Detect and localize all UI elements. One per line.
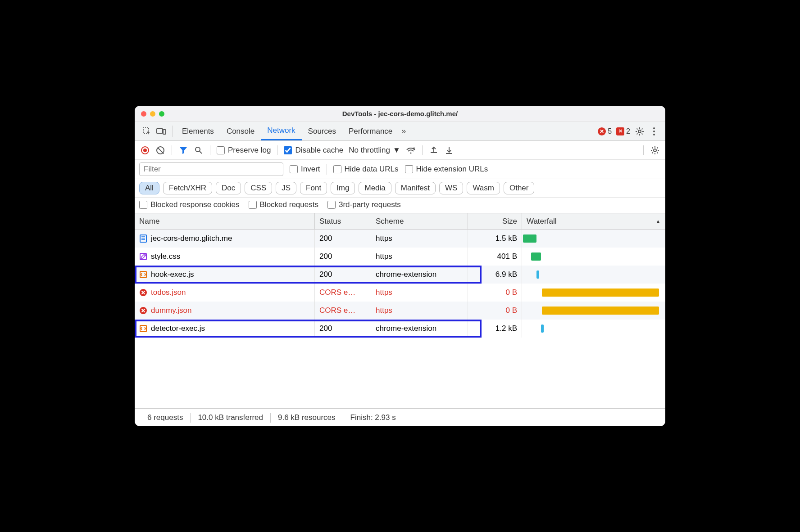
hide-ext-urls-input[interactable]	[405, 165, 413, 173]
svg-point-15	[195, 147, 200, 152]
request-size: 6.9 kB	[468, 266, 522, 284]
tab-network[interactable]: Network	[261, 122, 301, 140]
issue-counter[interactable]: ✕ 2	[616, 127, 630, 135]
export-har-icon[interactable]	[429, 145, 439, 155]
col-size[interactable]: Size	[468, 213, 522, 229]
table-row[interactable]: hook-exec.js200chrome-extension6.9 kB	[135, 266, 665, 284]
svg-point-17	[410, 152, 411, 153]
more-tabs-icon[interactable]: »	[401, 126, 406, 136]
status-bar: 6 requests 10.0 kB transferred 9.6 kB re…	[135, 408, 665, 426]
svg-point-14	[653, 134, 655, 135]
col-name[interactable]: Name	[135, 213, 315, 229]
filter-toggle-icon[interactable]	[178, 145, 188, 155]
network-conditions-icon[interactable]	[406, 145, 416, 155]
type-pill-js[interactable]: JS	[276, 182, 296, 194]
col-scheme[interactable]: Scheme	[371, 213, 468, 229]
tab-console[interactable]: Console	[220, 122, 261, 140]
extra-checks-row: Blocked response cookies Blocked request…	[135, 198, 665, 213]
titlebar: DevTools - jec-cors-demo.glitch.me/	[135, 106, 665, 122]
request-status: CORS e…	[315, 302, 371, 320]
preserve-log-checkbox[interactable]: Preserve log	[217, 146, 271, 155]
type-pill-ws[interactable]: WS	[439, 182, 463, 194]
third-party-label: 3rd-party requests	[339, 200, 401, 209]
disable-cache-checkbox[interactable]: Disable cache	[284, 146, 343, 155]
waterfall-bar	[541, 325, 544, 333]
request-waterfall	[522, 266, 665, 284]
svg-line-10	[637, 133, 638, 134]
svg-line-25	[652, 152, 653, 153]
type-pill-img[interactable]: Img	[331, 182, 355, 194]
issue-icon: ✕	[616, 127, 624, 135]
svg-point-3	[638, 130, 641, 133]
request-name: jec-cors-demo.glitch.me	[151, 234, 232, 243]
svg-rect-27	[140, 235, 146, 242]
throttling-select[interactable]: No throttling ▼	[349, 146, 400, 155]
type-pill-manifest[interactable]: Manifest	[395, 182, 436, 194]
settings-icon[interactable]	[635, 126, 645, 136]
svg-line-16	[200, 151, 202, 153]
table-row[interactable]: jec-cors-demo.glitch.me200https1.5 kB	[135, 230, 665, 248]
waterfall-bar	[542, 289, 659, 297]
hide-ext-urls-checkbox[interactable]: Hide extension URLs	[405, 165, 488, 174]
request-status: 200	[315, 320, 371, 338]
hide-data-urls-input[interactable]	[333, 165, 341, 173]
error-icon	[139, 307, 147, 315]
filter-input[interactable]	[139, 162, 283, 176]
col-status[interactable]: Status	[315, 213, 371, 229]
request-size: 1.2 kB	[468, 320, 522, 338]
table-row[interactable]: detector-exec.js200chrome-extension1.2 k…	[135, 320, 665, 338]
device-toolbar-icon[interactable]	[156, 126, 166, 136]
import-har-icon[interactable]	[444, 145, 454, 155]
col-waterfall[interactable]: Waterfall ▲	[522, 213, 665, 229]
request-scheme: https	[371, 302, 468, 320]
inspect-icon[interactable]	[142, 126, 152, 136]
waterfall-bar	[531, 252, 541, 261]
request-size: 0 B	[468, 284, 522, 302]
svg-point-12	[653, 127, 655, 129]
third-party-checkbox[interactable]: 3rd-party requests	[327, 200, 401, 209]
window-title: DevTools - jec-cors-demo.glitch.me/	[135, 110, 665, 117]
request-waterfall	[522, 320, 665, 338]
search-icon[interactable]	[194, 145, 204, 155]
tab-performance[interactable]: Performance	[342, 122, 399, 140]
type-pill-all[interactable]: All	[139, 182, 159, 194]
network-settings-icon[interactable]	[650, 145, 660, 155]
request-status: 200	[315, 266, 371, 284]
devtools-window: DevTools - jec-cors-demo.glitch.me/ Elem…	[135, 106, 665, 426]
disable-cache-label: Disable cache	[295, 146, 343, 155]
request-size: 0 B	[468, 302, 522, 320]
invert-input[interactable]	[290, 165, 298, 173]
table-row[interactable]: todos.jsonCORS e…https0 B	[135, 284, 665, 302]
table-row[interactable]: dummy.jsonCORS e…https0 B	[135, 302, 665, 320]
table-header: Name Status Scheme Size Waterfall ▲	[135, 213, 665, 230]
tab-elements[interactable]: Elements	[176, 122, 220, 140]
record-button[interactable]	[140, 145, 150, 155]
type-pill-css[interactable]: CSS	[245, 182, 272, 194]
type-pill-font[interactable]: Font	[300, 182, 327, 194]
type-pill-doc[interactable]: Doc	[216, 182, 241, 194]
waterfall-bar	[542, 307, 659, 315]
svg-line-9	[642, 133, 643, 134]
invert-checkbox[interactable]: Invert	[290, 165, 320, 174]
filter-row: Invert Hide data URLs Hide extension URL…	[135, 160, 665, 179]
preserve-log-input[interactable]	[217, 146, 225, 154]
throttling-label: No throttling	[349, 146, 390, 155]
type-pill-media[interactable]: Media	[359, 182, 391, 194]
more-menu-icon[interactable]	[649, 126, 659, 136]
type-pill-fetch-xhr[interactable]: Fetch/XHR	[163, 182, 212, 194]
error-counter[interactable]: ✕ 5	[598, 127, 612, 135]
clear-button[interactable]	[155, 145, 165, 155]
blocked-cookies-checkbox[interactable]: Blocked response cookies	[139, 200, 240, 209]
type-pill-other[interactable]: Other	[504, 182, 535, 194]
request-scheme: https	[371, 284, 468, 302]
disable-cache-input[interactable]	[284, 146, 292, 154]
request-name: style.css	[151, 252, 180, 261]
blocked-requests-checkbox[interactable]: Blocked requests	[249, 200, 318, 209]
hide-data-urls-checkbox[interactable]: Hide data URLs	[333, 165, 399, 174]
type-pill-wasm[interactable]: Wasm	[467, 182, 500, 194]
table-row[interactable]: style.css200https401 B	[135, 248, 665, 266]
tab-sources[interactable]: Sources	[302, 122, 342, 140]
request-scheme: https	[371, 248, 468, 266]
hide-data-urls-label: Hide data URLs	[345, 165, 399, 174]
chevron-down-icon: ▼	[393, 146, 400, 155]
